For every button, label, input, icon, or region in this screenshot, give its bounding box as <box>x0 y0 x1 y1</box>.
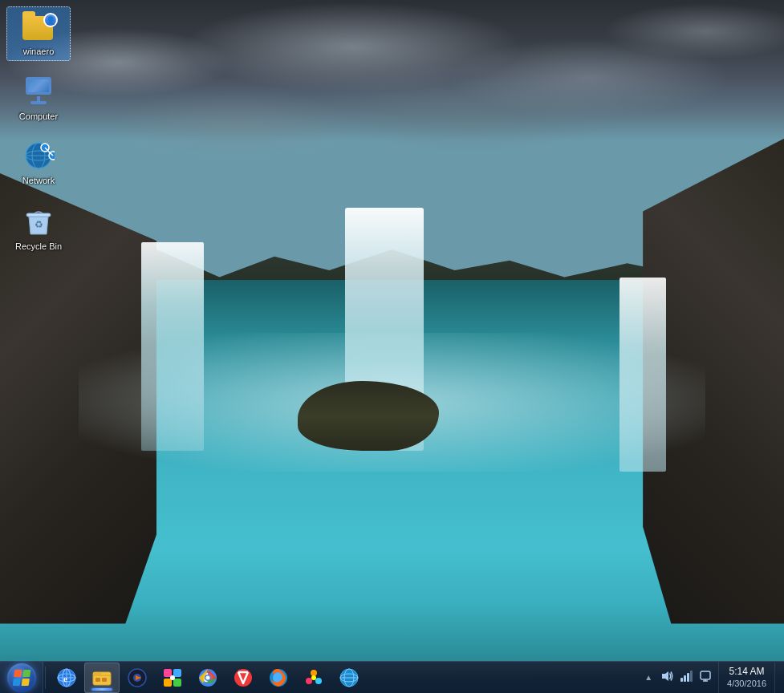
tray-action-icon[interactable] <box>697 668 713 687</box>
winaero-label: winaero <box>23 46 55 57</box>
taskbar-separator-1 <box>45 667 46 689</box>
recycle-bin-label: Recycle Bin <box>15 241 62 252</box>
running-indicator <box>91 688 112 691</box>
svg-rect-46 <box>687 673 689 682</box>
computer-label: Computer <box>19 111 58 122</box>
svg-rect-16 <box>93 672 101 675</box>
windows-logo <box>12 670 30 686</box>
recycle-bin-icon: ♻ <box>22 205 55 237</box>
taskbar: e <box>0 661 784 693</box>
svg-rect-25 <box>164 679 172 687</box>
svg-rect-18 <box>102 678 107 682</box>
svg-point-38 <box>311 675 316 680</box>
svg-text:♻: ♻ <box>35 219 43 230</box>
taskbar-app-media-player[interactable] <box>120 663 155 693</box>
svg-rect-24 <box>173 669 181 677</box>
desktop-icon-network[interactable]: Network <box>6 136 71 189</box>
desktop: 👤 winaero Computer <box>0 0 784 693</box>
clock-date: 4/30/2016 <box>727 678 766 689</box>
taskbar-app-candy[interactable] <box>155 663 190 693</box>
network-icon <box>22 140 55 172</box>
network-label: Network <box>22 175 55 186</box>
taskbar-app-unknown1[interactable] <box>296 663 331 693</box>
svg-rect-48 <box>701 671 710 679</box>
tray-icons: ▲ <box>640 668 718 687</box>
svg-point-35 <box>311 670 317 676</box>
taskbar-apps: e <box>47 662 368 693</box>
svg-point-27 <box>170 675 175 680</box>
taskbar-app-chrome[interactable] <box>190 663 225 693</box>
svg-rect-7 <box>26 213 51 217</box>
svg-marker-43 <box>662 671 668 681</box>
svg-rect-44 <box>680 678 683 682</box>
taskbar-app-firefox[interactable] <box>261 663 296 693</box>
svg-rect-45 <box>684 675 686 682</box>
taskbar-app-network[interactable] <box>331 663 367 693</box>
clock-time: 5:14 AM <box>729 666 765 679</box>
svg-point-37 <box>315 678 322 684</box>
taskbar-app-ie[interactable]: e <box>49 663 84 693</box>
svg-point-36 <box>306 678 312 684</box>
desktop-icon-winaero[interactable]: 👤 winaero <box>6 6 71 61</box>
system-tray: ▲ <box>640 662 784 693</box>
show-desktop-button[interactable] <box>774 663 781 693</box>
clock[interactable]: 5:14 AM 4/30/2016 <box>718 662 774 693</box>
winaero-icon: 👤 <box>22 10 55 43</box>
tray-volume-icon[interactable] <box>659 668 675 687</box>
desktop-icon-computer[interactable]: Computer <box>6 72 71 125</box>
svg-rect-47 <box>690 671 693 682</box>
start-orb <box>7 663 36 692</box>
svg-point-31 <box>206 675 210 679</box>
svg-rect-26 <box>173 679 181 687</box>
svg-rect-23 <box>164 669 172 677</box>
svg-text:e: e <box>63 674 67 683</box>
tray-network-icon[interactable] <box>678 668 694 687</box>
taskbar-app-file-explorer[interactable] <box>84 663 120 693</box>
start-button[interactable] <box>0 662 43 694</box>
taskbar-app-vivaldi[interactable] <box>225 663 261 693</box>
tray-expand-button[interactable]: ▲ <box>644 673 652 682</box>
desktop-icon-recycle-bin[interactable]: ♻ Recycle Bin <box>6 202 71 255</box>
svg-rect-17 <box>95 678 100 682</box>
computer-icon <box>22 75 55 107</box>
rock-island <box>298 381 439 450</box>
